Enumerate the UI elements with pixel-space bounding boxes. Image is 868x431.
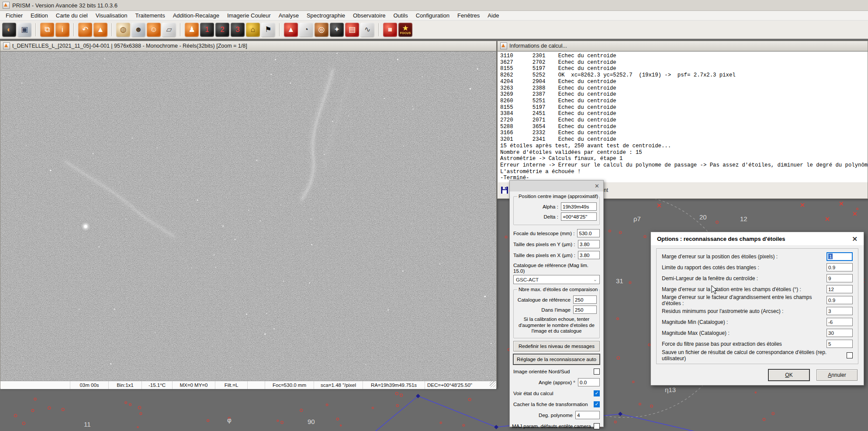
head-icon[interactable]: ☺ — [147, 23, 161, 37]
angle-field[interactable]: 0.0 — [578, 378, 600, 386]
polynomial-degree-field[interactable]: 4 — [575, 411, 600, 419]
open-image-icon[interactable]: ◐ — [2, 23, 16, 37]
min-residuals-field[interactable]: 3 — [827, 307, 853, 315]
option-label: Limite du rapport des cotés des triangle… — [662, 264, 827, 271]
lowpass-filter-strength-field[interactable]: 5 — [827, 340, 853, 348]
menu-item[interactable]: Aide — [484, 11, 503, 20]
camera-2-icon[interactable]: 2 — [215, 23, 229, 37]
menu-item[interactable]: Imagerie Couleur — [223, 11, 275, 20]
status-segment: DEC=+00°48'25.50" — [425, 381, 496, 389]
focus-icon[interactable]: ★FOCUS — [398, 23, 412, 37]
catalog-selected-value: GSC-ACT — [516, 277, 539, 282]
menu-item[interactable]: Configuration — [412, 11, 453, 20]
undo-icon[interactable]: ↶ — [78, 23, 92, 37]
menu-item[interactable]: Fenêtres — [453, 11, 484, 20]
star-position-margin-field[interactable]: 1 — [827, 252, 853, 261]
curve-icon[interactable]: ∿ — [360, 23, 374, 37]
focal-field[interactable]: 530.0 — [577, 229, 600, 237]
sphere-icon[interactable]: ◍ — [116, 23, 130, 37]
camera-1-icon[interactable]: 1 — [200, 23, 214, 37]
wireframe-sphere-icon[interactable]: ◔ — [299, 23, 313, 37]
north-south-checkbox[interactable] — [594, 368, 600, 375]
option-label: Residus minimums pour l'astrometrie auto… — [662, 308, 827, 314]
menu-item[interactable]: Carte du ciel — [52, 11, 92, 20]
center-position-group: Position centre image (approximatif) Alp… — [513, 196, 600, 225]
calc-info-titlebar[interactable]: Informations de calcul... — [498, 41, 868, 51]
menu-item[interactable]: Edition — [27, 11, 52, 20]
figure-icon[interactable]: ♟ — [185, 23, 199, 37]
alpha-field[interactable]: 19h39m49s — [561, 202, 597, 211]
options-dialog-titlebar[interactable]: Options : reconnaissance des champs d'ét… — [651, 232, 864, 245]
status-segment: MX=0 MY=0 — [173, 381, 215, 389]
menu-item[interactable]: Traitements — [131, 11, 169, 20]
status-segment: Bin:1x1 — [109, 381, 142, 389]
option-label: Magnitude Min (Catalogue) : — [662, 319, 827, 325]
hide-transform-sheet-checkbox[interactable] — [594, 401, 600, 407]
sheet-icon[interactable]: ▱ — [162, 23, 176, 37]
close-icon[interactable]: ✕ — [852, 236, 858, 242]
redefine-messages-button[interactable]: Redefinir les niveau de messages — [513, 341, 600, 351]
deep-sky-icon[interactable]: ✦ — [330, 23, 344, 37]
catalog-icon[interactable]: ▤ — [345, 23, 359, 37]
mount-icon[interactable]: ▲ — [284, 23, 298, 37]
save-icon[interactable]: ▣ — [17, 23, 31, 37]
camera-3-icon[interactable]: 3 — [231, 23, 245, 37]
option-label: Demi-Largeur de la fenêtre du centroïde … — [662, 275, 827, 282]
centroid-half-width-field[interactable]: 9 — [827, 274, 853, 282]
astro-image[interactable] — [0, 51, 496, 381]
save-log-icon[interactable] — [501, 186, 508, 194]
option-label: Force du filtre passe bas pour extractio… — [662, 341, 827, 347]
ok-button[interactable]: OK — [768, 369, 809, 381]
close-icon[interactable]: ✕ — [595, 183, 599, 189]
pixel-x-field[interactable]: 3.80 — [578, 251, 600, 259]
red-cube-icon[interactable]: ■ — [383, 23, 397, 37]
magnitude-max-field[interactable]: 30 — [827, 329, 853, 337]
calc-info-title: Informations de calcul... — [509, 43, 567, 49]
svg-text:20: 20 — [699, 213, 707, 221]
image-window-titlebar[interactable]: t_DENTELLES_L_[2021_11_05]-04-001 | 9576… — [0, 41, 496, 51]
menu-item[interactable]: Observatoire — [349, 11, 389, 20]
menu-item[interactable]: Spectrographie — [303, 11, 349, 20]
menu-item[interactable]: Addition-Recalage — [169, 11, 223, 20]
north-arrow-icon[interactable]: ▲ — [93, 23, 107, 37]
catalog-select[interactable]: GSC-ACT ⌄ — [513, 275, 600, 284]
astrometry-dialog-titlebar[interactable]: ✕ — [510, 181, 603, 191]
resize-grip[interactable] — [490, 381, 496, 387]
group-title: Position centre image (approximatif) — [517, 194, 599, 199]
lens-icon[interactable]: ◎ — [315, 23, 329, 37]
menu-item[interactable]: Visualisation — [92, 11, 131, 20]
copy-icon[interactable]: ⧉ — [40, 23, 54, 37]
info-icon[interactable]: i — [55, 23, 69, 37]
option-label: Magnitude Max (Catalogue) : — [662, 330, 827, 336]
menu-item[interactable]: Fichier — [2, 11, 27, 20]
recognition-tuning-button[interactable]: Réglage de la reconnaissance auto — [513, 354, 600, 365]
menu-item[interactable]: Outils — [389, 11, 412, 20]
triangle-ratio-limit-field[interactable]: 0.9 — [827, 263, 853, 271]
update-camera-defaults-checkbox[interactable] — [594, 423, 600, 429]
rotation-margin-field[interactable]: 12 — [827, 285, 853, 293]
log-line: 2720 2071 Echec du centroide — [500, 117, 865, 124]
save-match-file-checkbox[interactable] — [847, 352, 853, 358]
mask-icon[interactable]: ☻ — [131, 23, 145, 37]
toolbar-separator — [35, 23, 36, 36]
flag-icon[interactable]: ⚑ — [261, 23, 275, 37]
update-camera-defaults-label: MAJ param. défauts entête camera — [512, 423, 591, 429]
cancel-button[interactable]: Annuler — [816, 369, 858, 381]
catalog-label: Catalogue de référence (Mag lim. 15.0) — [513, 262, 600, 274]
scale-margin-field[interactable]: 0.9 — [827, 296, 853, 304]
image-status-bar: 03m 00sBin:1x1-15.1°CMX=0 MY=0Filt.=LFoc… — [0, 381, 496, 389]
in-image-field[interactable]: 250 — [573, 306, 597, 314]
log-line: 3263 2388 Echec du centroide — [500, 85, 865, 92]
delta-field[interactable]: +00°48'25" — [561, 212, 597, 221]
svg-text:11: 11 — [84, 421, 91, 428]
svg-text:φ: φ — [227, 416, 232, 424]
dome-icon[interactable]: ⌂ — [246, 23, 260, 37]
menu-item[interactable]: Analyse — [275, 11, 303, 20]
catalog-ref-field[interactable]: 250 — [573, 295, 597, 304]
view-calc-state-checkbox[interactable] — [594, 390, 600, 396]
polynomial-degree-label: Deg. polynome — [539, 412, 573, 418]
pixel-y-field[interactable]: 3.80 — [578, 240, 600, 248]
image-window-title: t_DENTELLES_L_[2021_11_05]-04-001 | 9576… — [12, 43, 247, 49]
hide-transform-sheet-label: Cacher la fiche de transformation — [513, 401, 588, 407]
magnitude-min-field[interactable]: -6 — [827, 318, 853, 326]
